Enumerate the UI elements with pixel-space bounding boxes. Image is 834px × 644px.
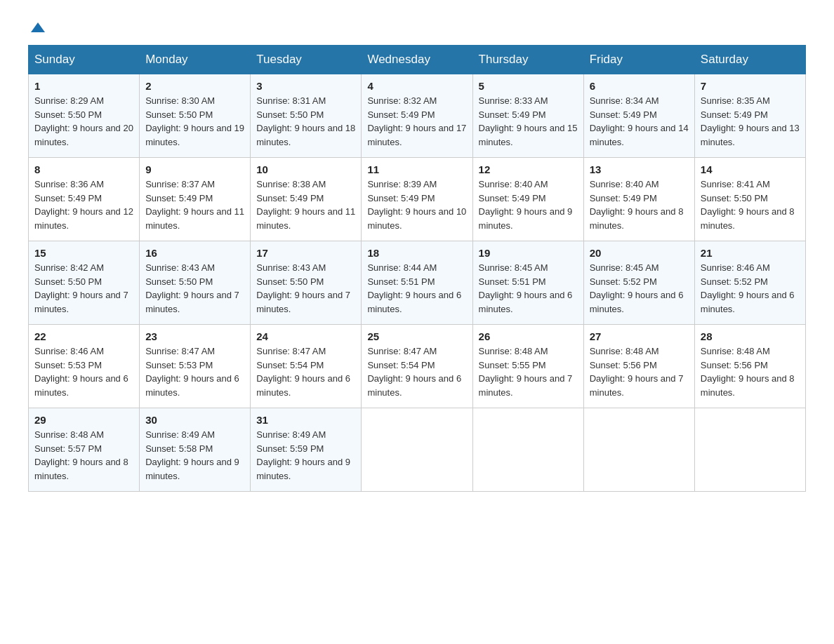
day-info: Sunrise: 8:34 AMSunset: 5:49 PMDaylight:… bbox=[590, 95, 689, 147]
day-info: Sunrise: 8:45 AMSunset: 5:52 PMDaylight:… bbox=[590, 262, 684, 314]
day-number: 17 bbox=[256, 247, 355, 259]
calendar-cell: 10Sunrise: 8:38 AMSunset: 5:49 PMDayligh… bbox=[251, 158, 362, 241]
day-number: 8 bbox=[34, 163, 133, 175]
calendar-week-row: 15Sunrise: 8:42 AMSunset: 5:50 PMDayligh… bbox=[29, 241, 806, 325]
calendar-cell: 30Sunrise: 8:49 AMSunset: 5:58 PMDayligh… bbox=[140, 408, 251, 492]
day-info: Sunrise: 8:36 AMSunset: 5:49 PMDaylight:… bbox=[34, 179, 133, 231]
calendar-cell: 28Sunrise: 8:48 AMSunset: 5:56 PMDayligh… bbox=[694, 325, 805, 408]
day-number: 6 bbox=[590, 80, 689, 92]
calendar-cell: 31Sunrise: 8:49 AMSunset: 5:59 PMDayligh… bbox=[251, 408, 362, 492]
calendar-week-row: 1Sunrise: 8:29 AMSunset: 5:50 PMDaylight… bbox=[29, 74, 806, 158]
calendar-cell bbox=[472, 408, 583, 492]
day-number: 24 bbox=[256, 330, 355, 342]
calendar-cell: 23Sunrise: 8:47 AMSunset: 5:53 PMDayligh… bbox=[140, 325, 251, 408]
day-number: 29 bbox=[34, 414, 133, 426]
day-number: 30 bbox=[145, 414, 244, 426]
calendar-cell: 17Sunrise: 8:43 AMSunset: 5:50 PMDayligh… bbox=[251, 241, 362, 325]
calendar-cell: 26Sunrise: 8:48 AMSunset: 5:55 PMDayligh… bbox=[472, 325, 583, 408]
calendar-cell: 24Sunrise: 8:47 AMSunset: 5:54 PMDayligh… bbox=[251, 325, 362, 408]
calendar-cell: 19Sunrise: 8:45 AMSunset: 5:51 PMDayligh… bbox=[472, 241, 583, 325]
calendar-week-row: 8Sunrise: 8:36 AMSunset: 5:49 PMDaylight… bbox=[29, 158, 806, 241]
day-number: 7 bbox=[701, 80, 800, 92]
day-info: Sunrise: 8:49 AMSunset: 5:59 PMDaylight:… bbox=[256, 429, 350, 481]
day-info: Sunrise: 8:47 AMSunset: 5:54 PMDaylight:… bbox=[367, 346, 461, 398]
day-number: 2 bbox=[145, 80, 244, 92]
day-header-monday: Monday bbox=[140, 46, 251, 74]
day-info: Sunrise: 8:39 AMSunset: 5:49 PMDaylight:… bbox=[367, 179, 466, 231]
day-header-friday: Friday bbox=[583, 46, 694, 74]
day-number: 26 bbox=[479, 330, 578, 342]
day-number: 25 bbox=[367, 330, 466, 342]
calendar-cell: 13Sunrise: 8:40 AMSunset: 5:49 PMDayligh… bbox=[583, 158, 694, 241]
day-number: 15 bbox=[34, 247, 133, 259]
day-info: Sunrise: 8:35 AMSunset: 5:49 PMDaylight:… bbox=[701, 95, 800, 147]
calendar-cell: 2Sunrise: 8:30 AMSunset: 5:50 PMDaylight… bbox=[140, 74, 251, 158]
calendar-cell: 8Sunrise: 8:36 AMSunset: 5:49 PMDaylight… bbox=[29, 158, 140, 241]
calendar-cell: 7Sunrise: 8:35 AMSunset: 5:49 PMDaylight… bbox=[694, 74, 805, 158]
calendar-cell: 9Sunrise: 8:37 AMSunset: 5:49 PMDaylight… bbox=[140, 158, 251, 241]
calendar-cell: 1Sunrise: 8:29 AMSunset: 5:50 PMDaylight… bbox=[29, 74, 140, 158]
calendar-cell: 12Sunrise: 8:40 AMSunset: 5:49 PMDayligh… bbox=[472, 158, 583, 241]
day-number: 11 bbox=[367, 163, 466, 175]
day-info: Sunrise: 8:40 AMSunset: 5:49 PMDaylight:… bbox=[590, 179, 684, 231]
calendar-cell: 25Sunrise: 8:47 AMSunset: 5:54 PMDayligh… bbox=[362, 325, 472, 408]
day-number: 23 bbox=[145, 330, 244, 342]
day-header-saturday: Saturday bbox=[694, 46, 805, 74]
day-info: Sunrise: 8:46 AMSunset: 5:52 PMDaylight:… bbox=[701, 262, 795, 314]
day-info: Sunrise: 8:30 AMSunset: 5:50 PMDaylight:… bbox=[145, 95, 244, 147]
day-number: 16 bbox=[145, 247, 244, 259]
calendar-cell bbox=[362, 408, 472, 492]
calendar-cell: 3Sunrise: 8:31 AMSunset: 5:50 PMDaylight… bbox=[251, 74, 362, 158]
day-header-sunday: Sunday bbox=[29, 46, 140, 74]
calendar-cell: 4Sunrise: 8:32 AMSunset: 5:49 PMDaylight… bbox=[362, 74, 472, 158]
day-info: Sunrise: 8:42 AMSunset: 5:50 PMDaylight:… bbox=[34, 262, 128, 314]
day-number: 20 bbox=[590, 247, 689, 259]
calendar-cell: 16Sunrise: 8:43 AMSunset: 5:50 PMDayligh… bbox=[140, 241, 251, 325]
day-header-thursday: Thursday bbox=[472, 46, 583, 74]
calendar-cell: 21Sunrise: 8:46 AMSunset: 5:52 PMDayligh… bbox=[694, 241, 805, 325]
day-number: 5 bbox=[479, 80, 578, 92]
day-number: 13 bbox=[590, 163, 689, 175]
day-info: Sunrise: 8:45 AMSunset: 5:51 PMDaylight:… bbox=[479, 262, 573, 314]
day-info: Sunrise: 8:43 AMSunset: 5:50 PMDaylight:… bbox=[256, 262, 350, 314]
day-number: 4 bbox=[367, 80, 466, 92]
day-info: Sunrise: 8:32 AMSunset: 5:49 PMDaylight:… bbox=[367, 95, 466, 147]
day-info: Sunrise: 8:48 AMSunset: 5:56 PMDaylight:… bbox=[590, 346, 684, 398]
day-info: Sunrise: 8:47 AMSunset: 5:53 PMDaylight:… bbox=[145, 346, 239, 398]
day-info: Sunrise: 8:40 AMSunset: 5:49 PMDaylight:… bbox=[479, 179, 573, 231]
day-number: 10 bbox=[256, 163, 355, 175]
day-info: Sunrise: 8:37 AMSunset: 5:49 PMDaylight:… bbox=[145, 179, 244, 231]
day-number: 19 bbox=[479, 247, 578, 259]
day-info: Sunrise: 8:29 AMSunset: 5:50 PMDaylight:… bbox=[34, 95, 133, 147]
day-info: Sunrise: 8:41 AMSunset: 5:50 PMDaylight:… bbox=[701, 179, 795, 231]
day-number: 28 bbox=[701, 330, 800, 342]
day-number: 3 bbox=[256, 80, 355, 92]
page-header bbox=[28, 21, 806, 31]
day-number: 22 bbox=[34, 330, 133, 342]
day-header-tuesday: Tuesday bbox=[251, 46, 362, 74]
day-number: 9 bbox=[145, 163, 244, 175]
calendar-cell: 15Sunrise: 8:42 AMSunset: 5:50 PMDayligh… bbox=[29, 241, 140, 325]
calendar-table: SundayMondayTuesdayWednesdayThursdayFrid… bbox=[28, 45, 806, 492]
day-info: Sunrise: 8:31 AMSunset: 5:50 PMDaylight:… bbox=[256, 95, 355, 147]
calendar-cell: 5Sunrise: 8:33 AMSunset: 5:49 PMDaylight… bbox=[472, 74, 583, 158]
logo bbox=[28, 21, 45, 31]
day-info: Sunrise: 8:46 AMSunset: 5:53 PMDaylight:… bbox=[34, 346, 128, 398]
calendar-cell bbox=[694, 408, 805, 492]
day-header-wednesday: Wednesday bbox=[362, 46, 472, 74]
calendar-cell: 14Sunrise: 8:41 AMSunset: 5:50 PMDayligh… bbox=[694, 158, 805, 241]
day-info: Sunrise: 8:48 AMSunset: 5:56 PMDaylight:… bbox=[701, 346, 795, 398]
day-number: 18 bbox=[367, 247, 466, 259]
day-info: Sunrise: 8:43 AMSunset: 5:50 PMDaylight:… bbox=[145, 262, 239, 314]
calendar-week-row: 22Sunrise: 8:46 AMSunset: 5:53 PMDayligh… bbox=[29, 325, 806, 408]
calendar-cell: 18Sunrise: 8:44 AMSunset: 5:51 PMDayligh… bbox=[362, 241, 472, 325]
calendar-week-row: 29Sunrise: 8:48 AMSunset: 5:57 PMDayligh… bbox=[29, 408, 806, 492]
day-info: Sunrise: 8:48 AMSunset: 5:57 PMDaylight:… bbox=[34, 429, 128, 481]
calendar-cell: 11Sunrise: 8:39 AMSunset: 5:49 PMDayligh… bbox=[362, 158, 472, 241]
day-info: Sunrise: 8:49 AMSunset: 5:58 PMDaylight:… bbox=[145, 429, 239, 481]
day-info: Sunrise: 8:33 AMSunset: 5:49 PMDaylight:… bbox=[479, 95, 578, 147]
day-number: 21 bbox=[701, 247, 800, 259]
calendar-cell bbox=[583, 408, 694, 492]
calendar-cell: 27Sunrise: 8:48 AMSunset: 5:56 PMDayligh… bbox=[583, 325, 694, 408]
calendar-cell: 22Sunrise: 8:46 AMSunset: 5:53 PMDayligh… bbox=[29, 325, 140, 408]
